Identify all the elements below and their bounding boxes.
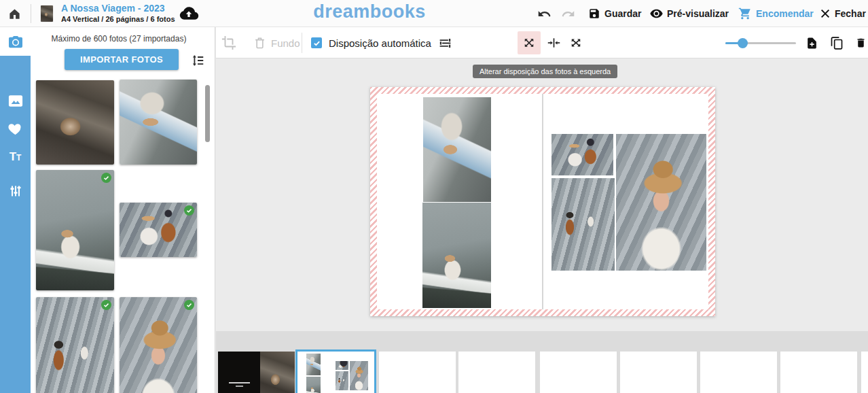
save-label: Guardar: [604, 8, 641, 19]
photo-thumb-woman-in-canyon[interactable]: [36, 80, 114, 165]
preview-button[interactable]: Pré-visualizar: [649, 0, 729, 27]
spread-toolbar: Fundo Disposição automática: [216, 27, 868, 58]
shuffle-right-layout-button[interactable]: [569, 27, 583, 58]
page-thumbnail-blank[interactable]: [861, 352, 868, 393]
order-label: Encomendar: [756, 8, 814, 19]
image-icon: [8, 95, 23, 107]
spread-photo-woman-sitting-on-boat[interactable]: [422, 203, 491, 308]
page-thumbnail-blank[interactable]: [780, 352, 857, 393]
page-thumbnail-blank[interactable]: [540, 352, 617, 393]
crop-icon: [221, 35, 236, 50]
auto-layout-label: Disposição automática: [329, 37, 431, 49]
auto-layout-checkbox[interactable]: [311, 37, 322, 48]
preview-label: Pré-visualizar: [667, 8, 729, 19]
save-icon: [588, 7, 600, 20]
spread-photo-woman-leaning-from-boat[interactable]: [423, 97, 491, 202]
checkmark-icon: [313, 39, 321, 47]
camera-icon: [8, 35, 23, 49]
close-icon: [820, 8, 831, 19]
delete-page-button[interactable]: [855, 27, 867, 58]
heart-icon: [7, 121, 23, 135]
page-thumbnail-blank[interactable]: [620, 352, 697, 393]
undo-button[interactable]: [537, 0, 551, 27]
page-fold: [542, 94, 543, 309]
redo-button[interactable]: [561, 0, 575, 27]
layout-settings-icon[interactable]: [438, 36, 452, 50]
book-subtitle: A4 Vertical / 26 páginas / 6 fotos: [61, 15, 175, 24]
merge-pages-button[interactable]: [546, 27, 562, 58]
import-photos-button[interactable]: IMPORTAR FOTOS: [65, 49, 179, 70]
book-cover-thumbnail: [41, 5, 53, 22]
toolbar-divider: [302, 33, 302, 53]
page-thumbnail-blank[interactable]: [700, 352, 777, 393]
app-logo: dreambooks: [312, 1, 427, 22]
merge-arrows-icon: [546, 36, 562, 50]
background-label: Fundo: [271, 37, 300, 49]
shuffle-icon: [522, 36, 536, 50]
add-page-icon: [806, 36, 818, 50]
spread-photo-woman-with-hat[interactable]: [616, 134, 706, 271]
cloud-sync: [179, 0, 199, 27]
book-info: A Nossa Viagem - 2023 A4 Vertical / 26 p…: [61, 3, 175, 24]
spread-photo-man-leaning-on-rocks[interactable]: [551, 178, 615, 271]
background-button[interactable]: Fundo: [253, 27, 300, 58]
sidebar-item-options[interactable]: [0, 177, 31, 205]
photos-limit-text: Máximo de 600 fotos (27 importadas): [31, 34, 207, 44]
topbar-divider: [31, 4, 31, 23]
cover-title-line: [229, 382, 250, 383]
panel-scrollbar-thumb[interactable]: [205, 85, 210, 142]
undo-icon: [537, 7, 551, 21]
save-button[interactable]: Guardar: [588, 0, 641, 27]
topbar: A Nossa Viagem - 2023 A4 Vertical / 26 p…: [0, 0, 868, 27]
photos-panel: Máximo de 600 fotos (27 importadas) IMPO…: [31, 27, 215, 393]
mini-photo: [306, 354, 321, 375]
order-button[interactable]: Encomendar: [738, 0, 814, 27]
cloud-upload-icon: [179, 5, 199, 22]
page-thumbnail-blank[interactable]: [379, 352, 456, 393]
trash-icon: [855, 36, 867, 50]
cover-photo: [260, 352, 295, 393]
tooltip: Alterar disposição das fotos à esquerda: [473, 65, 617, 78]
home-button[interactable]: [8, 0, 21, 27]
shuffle-left-layout-button[interactable]: [518, 31, 541, 54]
zoom-slider[interactable]: [725, 37, 796, 49]
text-icon: TT: [10, 151, 22, 163]
mini-photo: [336, 361, 348, 370]
add-page-button[interactable]: [806, 27, 818, 58]
trash-icon: [253, 36, 266, 50]
photo-thumb-woman-sitting-on-boat[interactable]: [36, 170, 114, 290]
copy-icon: [830, 36, 844, 50]
photo-used-check-icon: [101, 300, 111, 310]
book-spread: [370, 87, 715, 316]
close-button[interactable]: Fechar: [820, 0, 866, 27]
cover-front: [218, 352, 260, 393]
sidebar-item-layouts[interactable]: [0, 87, 31, 114]
zoom-slider-thumb[interactable]: [738, 38, 748, 48]
photo-thumb-woman-with-hat[interactable]: [120, 297, 197, 393]
page-thumbnail-cover[interactable]: [218, 352, 295, 393]
sidebar: TT: [0, 27, 31, 393]
home-icon: [8, 7, 21, 20]
sidebar-item-text[interactable]: TT: [0, 143, 31, 170]
book-title: A Nossa Viagem - 2023: [61, 3, 175, 15]
redo-icon: [561, 7, 575, 21]
photo-used-check-icon: [101, 173, 111, 183]
mini-photo: [336, 371, 348, 390]
crop-button[interactable]: [221, 27, 236, 58]
mini-photo: [306, 377, 321, 393]
page-thumbnail-blank[interactable]: [458, 352, 535, 393]
sidebar-item-favorites[interactable]: [0, 114, 31, 141]
shuffle-icon: [569, 36, 583, 50]
photo-thumb-man-leaning-on-rocks[interactable]: [36, 297, 114, 393]
spread-photo-couple-portrait[interactable]: [551, 134, 613, 175]
close-label: Fechar: [835, 8, 866, 19]
spread-pages: [377, 94, 708, 309]
duplicate-page-button[interactable]: [830, 27, 844, 58]
sort-photos-button[interactable]: [189, 52, 206, 69]
eye-icon: [649, 7, 664, 20]
photo-thumb-couple-portrait[interactable]: [120, 203, 197, 257]
sidebar-item-photos[interactable]: [0, 29, 31, 56]
page-thumbnail-current-spread[interactable]: [295, 349, 376, 393]
sort-icon: [190, 53, 205, 68]
photo-thumb-woman-leaning-from-boat[interactable]: [120, 80, 197, 165]
